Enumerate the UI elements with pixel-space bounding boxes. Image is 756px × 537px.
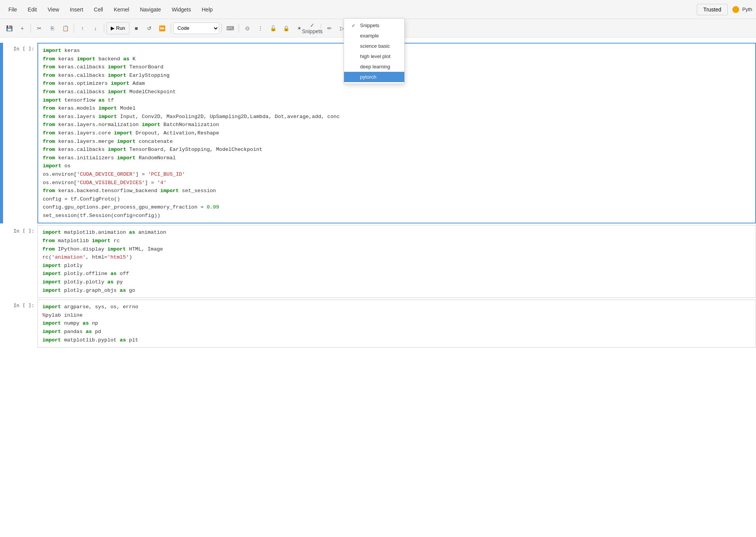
menu-insert[interactable]: Insert: [65, 4, 88, 15]
cell-1-prompt: In [ ]:: [3, 43, 37, 223]
save-button[interactable]: 💾: [3, 22, 15, 34]
toolbar-sep-4: [171, 24, 171, 33]
fast-forward-button[interactable]: ⏩: [156, 22, 168, 34]
kernel-name: Pyth: [742, 6, 752, 12]
menu-cell[interactable]: Cell: [89, 4, 108, 15]
run-label: Run: [116, 25, 125, 31]
toolbar-sep-3: [104, 24, 104, 33]
lock-open-button[interactable]: 🔓: [267, 22, 279, 34]
cell-3-prompt: In [ ]:: [3, 299, 37, 348]
github-button[interactable]: ⊙: [241, 22, 254, 34]
menu-view[interactable]: View: [43, 4, 64, 15]
snippets-pytorch[interactable]: pytorch: [344, 72, 404, 82]
cell-2-prompt: In [ ]:: [3, 225, 37, 298]
cell-1-active-bar: [0, 43, 3, 223]
copy-button[interactable]: ⎘: [46, 22, 58, 34]
move-down-button[interactable]: ↓: [89, 22, 102, 34]
cell-type-select[interactable]: Code Markdown Raw NBConvert: [173, 23, 219, 34]
run-icon: ▶: [111, 25, 115, 31]
toolbar-sep-2: [74, 24, 74, 33]
cell-3-code: import argparse, sys, os, errno %pylab i…: [42, 303, 751, 344]
move-up-button[interactable]: ↑: [76, 22, 89, 34]
toolbar-sep-6: [239, 24, 239, 33]
cell-3-content[interactable]: import argparse, sys, os, errno %pylab i…: [37, 299, 756, 348]
menu-navigate[interactable]: Navigate: [135, 4, 165, 15]
menu-edit[interactable]: Edit: [23, 4, 42, 15]
menu-widgets[interactable]: Widgets: [167, 4, 196, 15]
snippets-header-item[interactable]: ✓ Snippets: [344, 20, 404, 31]
example-label: example: [360, 33, 379, 39]
pytorch-label: pytorch: [360, 74, 376, 80]
keyboard-button[interactable]: ⌨: [224, 22, 236, 34]
kernel-indicator: [732, 6, 739, 13]
toolbar-sep-1: [31, 24, 31, 33]
cell-2-content[interactable]: import matplotlib.animation as animation…: [37, 225, 756, 298]
stop-button[interactable]: ■: [130, 22, 142, 34]
snippets-science-basic[interactable]: science basic: [344, 41, 404, 51]
snippets-dropdown: ✓ Snippets example science basic high le…: [344, 18, 405, 84]
snippets-example[interactable]: example: [344, 31, 404, 41]
add-cell-button[interactable]: +: [16, 22, 28, 34]
check-icon: ✓: [352, 23, 357, 28]
deep-learning-label: deep learning: [360, 64, 390, 70]
high-level-plot-label: high level plot: [360, 53, 391, 59]
cell-2-bar: [0, 225, 3, 298]
notebook: In [ ]: import keras from keras import b…: [0, 37, 756, 353]
extensions-button[interactable]: ⋮: [254, 22, 267, 34]
snippets-button[interactable]: ✓ Snippets: [306, 22, 318, 34]
science-basic-label: science basic: [360, 43, 390, 49]
snippets-high-level-plot[interactable]: high level plot: [344, 51, 404, 61]
restart-button[interactable]: ↺: [143, 22, 155, 34]
trusted-button[interactable]: Trusted: [697, 4, 728, 15]
edit-mode-button[interactable]: ✏: [323, 22, 336, 34]
snippets-title: Snippets: [360, 23, 380, 28]
menu-file[interactable]: File: [4, 4, 22, 15]
snippets-deep-learning[interactable]: deep learning: [344, 61, 404, 72]
cut-button[interactable]: ✂: [33, 22, 45, 34]
cell-3-bar: [0, 299, 3, 348]
menubar: File Edit View Insert Cell Kernel Naviga…: [0, 0, 756, 19]
lock-closed-button[interactable]: 🔒: [280, 22, 292, 34]
run-button[interactable]: ▶ Run: [107, 22, 129, 34]
paste-button[interactable]: 📋: [59, 22, 71, 34]
cell-2-code: import matplotlib.animation as animation…: [42, 228, 751, 294]
menu-kernel[interactable]: Kernel: [109, 4, 134, 15]
cell-2: In [ ]: import matplotlib.animation as a…: [0, 225, 756, 298]
cell-3: In [ ]: import argparse, sys, os, errno …: [0, 299, 756, 348]
menu-help[interactable]: Help: [197, 4, 217, 15]
toolbar-sep-5: [221, 24, 222, 33]
